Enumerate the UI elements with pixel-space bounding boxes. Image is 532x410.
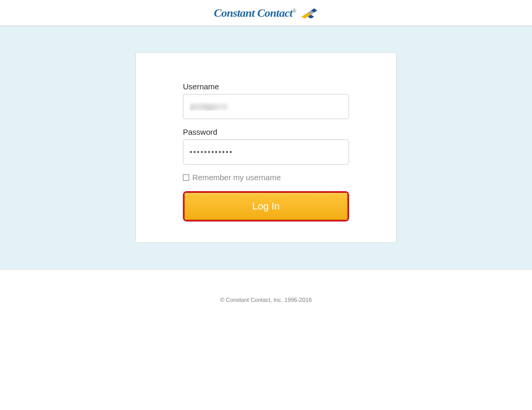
password-input[interactable] — [183, 139, 349, 165]
username-group: Username — [183, 82, 349, 119]
password-group: Password — [183, 127, 349, 165]
copyright-text: © Constant Contact, Inc. 1996-2016 — [220, 297, 312, 303]
username-label: Username — [183, 82, 349, 91]
login-button-highlight-frame: Log In — [183, 191, 349, 221]
username-input[interactable] — [183, 94, 349, 119]
remember-label[interactable]: Remember my username — [192, 173, 281, 182]
top-header: Constant Contact® — [0, 0, 532, 26]
login-card: Username Password Remember my username L… — [135, 52, 397, 243]
brand-name-text: Constant Contact® — [214, 6, 296, 20]
remember-row: Remember my username — [183, 173, 349, 182]
brand-swoosh-icon — [300, 8, 318, 18]
password-label: Password — [183, 127, 349, 136]
content-band: Username Password Remember my username L… — [0, 26, 532, 270]
login-button[interactable]: Log In — [184, 193, 348, 220]
footer: © Constant Contact, Inc. 1996-2016 — [0, 270, 532, 303]
brand-logo: Constant Contact® — [214, 6, 318, 20]
remember-checkbox[interactable] — [183, 174, 189, 181]
